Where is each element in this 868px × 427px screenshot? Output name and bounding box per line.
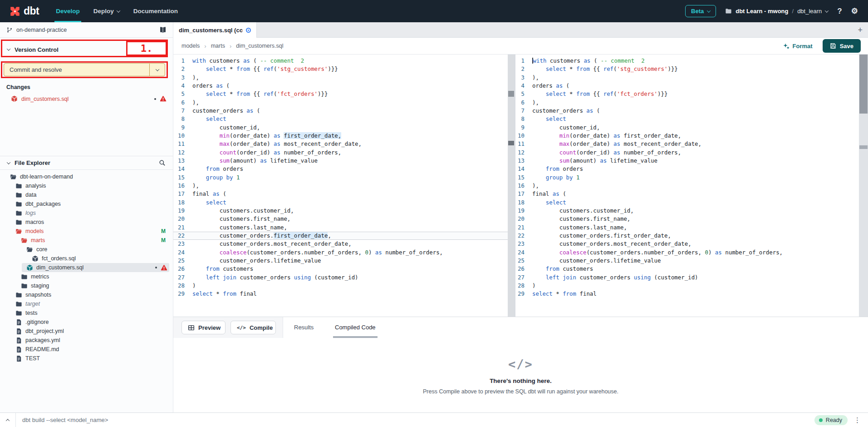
tree-item-core[interactable]: core (0, 245, 173, 254)
code-line-27[interactable]: 27 left join customer_orders using (cust… (173, 273, 508, 282)
breadcrumb-file[interactable]: dim_customers.sql (236, 43, 283, 49)
code-line-26[interactable]: 26 from customers (515, 265, 859, 273)
file-explorer-header[interactable]: File Explorer (0, 156, 173, 170)
commit-dropdown-toggle[interactable] (149, 64, 165, 76)
code-line-4[interactable]: 4orders as ( (515, 82, 859, 90)
status-badge[interactable]: Ready (814, 415, 848, 425)
code-line-6[interactable]: 6), (515, 99, 859, 107)
beta-button[interactable]: Beta (685, 5, 716, 17)
code-line-5[interactable]: 5 select * from {{ ref('fct_orders')}} (173, 90, 508, 98)
code-line-20[interactable]: 20 customers.first_name, (173, 215, 508, 223)
code-line-19[interactable]: 19 customers.customer_id, (173, 207, 508, 215)
tree-item-readme-md[interactable]: README.md (0, 345, 173, 354)
code-line-15[interactable]: 15 group by 1 (515, 174, 859, 182)
tab-compiled-code[interactable]: Compiled Code (335, 317, 376, 338)
code-line-10[interactable]: 10 min(order_date) as first_order_date, (173, 132, 508, 140)
code-line-12[interactable]: 12 count(order_id) as number_of_orders, (173, 149, 508, 157)
code-line-23[interactable]: 23 customer_orders.most_recent_order_dat… (515, 240, 859, 248)
tree-item-staging[interactable]: staging (0, 281, 173, 290)
tree-item-metrics[interactable]: metrics (0, 272, 173, 281)
tree-item-dim-customers-sql[interactable]: dim_customers.sql (0, 263, 173, 272)
breadcrumb-marts[interactable]: marts (211, 43, 225, 49)
code-line-1[interactable]: 1with customers as ( -- comment 2 (173, 57, 508, 65)
code-line-3[interactable]: 3), (173, 74, 508, 82)
chevron-up-icon[interactable] (0, 419, 15, 422)
code-line-20[interactable]: 20 customers.first_name, (515, 215, 859, 223)
code-line-9[interactable]: 9 customer_id, (515, 124, 859, 132)
code-line-9[interactable]: 9 customer_id, (173, 124, 508, 132)
preview-button[interactable]: Preview (181, 321, 226, 334)
code-pane-right[interactable]: 1with customers as ( -- comment 22 selec… (515, 55, 859, 317)
code-line-5[interactable]: 5 select * from {{ ref('fct_orders')}} (515, 90, 859, 98)
kebab-menu-icon[interactable]: ⋮ (854, 417, 861, 423)
gear-icon[interactable]: ⚙ (851, 6, 858, 16)
code-line-3[interactable]: 3), (515, 74, 859, 82)
code-line-1[interactable]: 1with customers as ( -- comment 2 (515, 57, 859, 65)
help-icon[interactable]: ? (837, 7, 842, 16)
code-line-28[interactable]: 28) (515, 282, 859, 290)
code-line-10[interactable]: 10 min(order_date) as first_order_date, (515, 132, 859, 140)
command-input[interactable]: dbt build --select <model_name> (16, 417, 814, 423)
code-line-29[interactable]: 29select * from final (515, 290, 859, 298)
tree-item-tests[interactable]: tests (0, 308, 173, 318)
code-line-13[interactable]: 13 sum(amount) as lifetime_value (173, 157, 508, 165)
right-pane-scrollbar[interactable] (859, 55, 868, 317)
nav-documentation[interactable]: Documentation (127, 0, 185, 22)
tree-item-target[interactable]: target (0, 299, 173, 308)
code-line-16[interactable]: 16), (515, 182, 859, 190)
save-button[interactable]: Save (823, 39, 861, 53)
new-tab-plus-icon[interactable]: + (858, 22, 863, 38)
code-line-18[interactable]: 18 select (173, 199, 508, 207)
tab-dim-customers[interactable]: dim_customers.sql (confli... (173, 22, 257, 38)
code-line-21[interactable]: 21 customers.last_name, (515, 223, 859, 232)
left-pane-scrollbar[interactable] (508, 55, 515, 317)
code-line-11[interactable]: 11 max(order_date) as most_recent_order_… (173, 140, 508, 148)
code-line-13[interactable]: 13 sum(amount) as lifetime_value (515, 157, 859, 165)
git-branch-row[interactable]: on-demand-practice (0, 22, 173, 38)
code-line-25[interactable]: 25 customer_orders.lifetime_value (173, 257, 508, 265)
code-line-29[interactable]: 29select * from final (173, 290, 508, 298)
tree-item-dbt-project-yml[interactable]: dbt_project.yml (0, 327, 173, 336)
code-line-7[interactable]: 7customer_orders as ( (515, 107, 859, 115)
code-line-17[interactable]: 17final as ( (173, 190, 508, 198)
tree-item-dbt-packages[interactable]: dbt_packages (0, 199, 173, 209)
tree-item-macros[interactable]: macros (0, 218, 173, 227)
tree-item-snapshots[interactable]: snapshots (0, 290, 173, 299)
code-line-16[interactable]: 16), (173, 182, 508, 190)
tree-item-packages-yml[interactable]: packages.yml (0, 336, 173, 345)
nav-deploy[interactable]: Deploy (87, 0, 127, 22)
code-line-22[interactable]: 22 customer_orders.first_order_date, (515, 232, 859, 240)
tree-item-fct-orders-sql[interactable]: fct_orders.sql (0, 254, 173, 263)
docs-book-icon[interactable] (159, 26, 167, 34)
code-line-18[interactable]: 18 select (515, 199, 859, 207)
tree-item-models[interactable]: modelsM (0, 227, 173, 236)
code-line-22[interactable]: 22 customer_orders.first_order_date, (173, 232, 508, 240)
code-line-24[interactable]: 24 coalesce(customer_orders.number_of_or… (173, 248, 508, 257)
code-line-7[interactable]: 7customer_orders as ( (173, 107, 508, 115)
code-line-15[interactable]: 15 group by 1 (173, 174, 508, 182)
tree-item-logs[interactable]: logs (0, 209, 173, 218)
code-line-27[interactable]: 27 left join customer_orders using (cust… (515, 273, 859, 282)
account-switcher[interactable]: dbt Learn - mwong / dbt_learn (725, 8, 828, 15)
code-line-23[interactable]: 23 customer_orders.most_recent_order_dat… (173, 240, 508, 248)
tree-item-analysis[interactable]: analysis (0, 181, 173, 190)
code-line-6[interactable]: 6), (173, 99, 508, 107)
compile-button[interactable]: </> Compile (230, 321, 276, 334)
tree-item--gitignore[interactable]: .gitignore (0, 318, 173, 327)
format-button[interactable]: Format (783, 43, 813, 50)
code-line-21[interactable]: 21 customers.last_name, (173, 223, 508, 232)
tree-item-test[interactable]: TEST (0, 354, 173, 363)
code-line-8[interactable]: 8 select (515, 115, 859, 123)
tree-item-dbt-learn-on-demand[interactable]: dbt-learn-on-demand (0, 172, 173, 181)
code-line-17[interactable]: 17final as ( (515, 190, 859, 198)
code-line-2[interactable]: 2 select * from {{ ref('stg_customers')}… (173, 65, 508, 73)
dbt-logo[interactable]: dbt (0, 5, 49, 17)
code-line-14[interactable]: 14 from orders (173, 165, 508, 173)
code-line-26[interactable]: 26 from customers (173, 265, 508, 273)
tree-item-data[interactable]: data (0, 190, 173, 199)
code-line-8[interactable]: 8 select (173, 115, 508, 123)
code-line-11[interactable]: 11 max(order_date) as most_recent_order_… (515, 140, 859, 148)
tab-results[interactable]: Results (294, 317, 314, 338)
code-line-19[interactable]: 19 customers.customer_id, (515, 207, 859, 215)
commit-and-resolve-button[interactable]: Commit and resolve (4, 63, 165, 76)
